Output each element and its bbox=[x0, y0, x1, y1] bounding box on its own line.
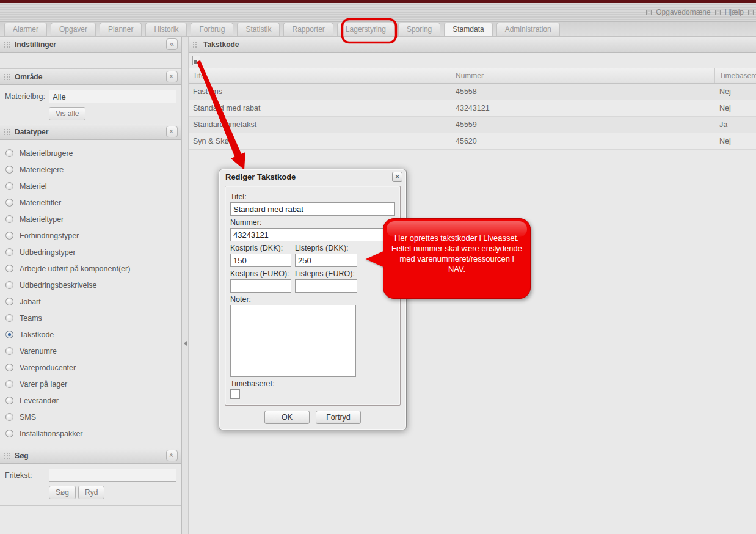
ryd-button[interactable]: Ryd bbox=[78, 486, 104, 499]
vis-alle-button[interactable]: Vis alle bbox=[49, 107, 85, 120]
sidebar-subtoolbar bbox=[0, 53, 181, 69]
collapse-section-icon[interactable]: « bbox=[166, 71, 178, 82]
new-item-icon[interactable] bbox=[192, 56, 200, 65]
collapse-splitter-icon[interactable] bbox=[184, 341, 187, 346]
omraade-section-header: Område « bbox=[0, 69, 181, 85]
datatype-option-jobart[interactable]: Jobart bbox=[0, 293, 181, 310]
menu-opgavedomaene[interactable]: Opgavedomæne bbox=[656, 8, 710, 16]
soeg-section-header: Søg « bbox=[0, 448, 181, 464]
tab-lagerstyring[interactable]: Lagerstyring bbox=[337, 23, 394, 36]
tab-sporing[interactable]: Sporing bbox=[398, 23, 440, 36]
radio-icon bbox=[5, 248, 13, 256]
column-header-timebaseret[interactable]: Timebaseret bbox=[715, 68, 756, 83]
sidebar-filler bbox=[0, 505, 181, 534]
collapse-section-icon[interactable]: « bbox=[166, 450, 178, 461]
tab-stamdata[interactable]: Stamdata bbox=[444, 23, 492, 36]
listepris-euro-input[interactable] bbox=[295, 279, 357, 293]
materielbrg-label: Materielbrg: bbox=[5, 92, 49, 101]
window-icon bbox=[715, 10, 721, 15]
kostpris-euro-input[interactable] bbox=[230, 279, 291, 293]
datatype-option-takstkode[interactable]: Takstkode bbox=[0, 326, 181, 343]
collapse-section-icon[interactable]: « bbox=[166, 126, 178, 137]
column-header-nummer[interactable]: Nummer bbox=[451, 68, 715, 83]
radio-icon bbox=[5, 166, 13, 174]
timebaseret-checkbox[interactable] bbox=[230, 389, 240, 399]
radio-icon bbox=[5, 182, 13, 190]
datatype-option-materieltitler[interactable]: Materieltitler bbox=[0, 194, 181, 211]
fortryd-button[interactable]: Fortryd bbox=[316, 411, 361, 424]
tab-forbrug[interactable]: Forbrug bbox=[191, 23, 233, 36]
listepris-dkk-input[interactable] bbox=[295, 254, 357, 267]
listepris-dkk-label: Listepris (DKK): bbox=[295, 244, 357, 252]
table-row[interactable]: Fast pris 45558 Nej bbox=[189, 84, 756, 100]
datatype-option-leverandoer[interactable]: Leverandør bbox=[0, 392, 181, 409]
datatype-option-varenumre[interactable]: Varenumre bbox=[0, 343, 181, 359]
table-row[interactable]: Syn & Skøn 45620 Nej bbox=[189, 133, 756, 150]
nummer-label: Nummer: bbox=[230, 218, 395, 227]
ok-button[interactable]: OK bbox=[264, 411, 310, 424]
annotation-callout: Her oprettes takstkoder i Liveasset. Fel… bbox=[383, 218, 531, 299]
drag-handle-icon bbox=[4, 128, 10, 136]
datatype-option-materiel[interactable]: Materiel bbox=[0, 178, 181, 194]
datatype-option-installationspakker[interactable]: Installationspakker bbox=[0, 425, 181, 442]
radio-icon bbox=[5, 397, 13, 404]
materielbrg-input[interactable] bbox=[49, 90, 176, 103]
kostpris-dkk-label: Kostpris (DKK): bbox=[230, 244, 291, 252]
datatype-list: Materielbrugere Materielejere Materiel M… bbox=[0, 140, 181, 444]
soeg-button[interactable]: Søg bbox=[49, 486, 76, 499]
radio-icon bbox=[5, 364, 13, 371]
nummer-input[interactable] bbox=[230, 228, 395, 241]
column-header-titel[interactable]: Titel bbox=[189, 68, 451, 83]
tab-planner[interactable]: Planner bbox=[100, 23, 142, 36]
table-header-row: Titel Nummer Timebaseret bbox=[189, 68, 756, 84]
collapse-panel-icon[interactable]: « bbox=[166, 38, 178, 50]
radio-icon bbox=[5, 265, 13, 272]
titel-label: Titel: bbox=[230, 192, 395, 201]
datatype-option-udbedringsbeskrivelse[interactable]: Udbedringsbeskrivelse bbox=[0, 277, 181, 293]
radio-icon bbox=[5, 281, 13, 289]
soeg-section-body: Fritekst: Søg Ryd bbox=[0, 464, 181, 503]
table-row[interactable]: Standard timetakst 45559 Ja bbox=[189, 117, 756, 133]
menu-hjaelp[interactable]: Hjælp bbox=[725, 8, 744, 16]
kostpris-euro-label: Kostpris (EURO): bbox=[230, 269, 291, 278]
timebaseret-label: Timebaseret: bbox=[230, 379, 395, 388]
menu-label: Hjælp bbox=[725, 8, 744, 16]
tab-administration[interactable]: Administration bbox=[496, 23, 560, 36]
datatype-option-sms[interactable]: SMS bbox=[0, 409, 181, 425]
radio-icon bbox=[5, 232, 13, 240]
table-body: Fast pris 45558 Nej Standard med rabat 4… bbox=[189, 84, 756, 150]
radio-icon bbox=[5, 380, 13, 388]
table-row[interactable]: Standard med rabat 43243121 Nej bbox=[189, 100, 756, 117]
noter-textarea[interactable] bbox=[230, 305, 356, 377]
titel-input[interactable] bbox=[230, 202, 395, 216]
datatype-option-arbejde-udfoert[interactable]: Arbejde udført på komponent(er) bbox=[0, 260, 181, 277]
kostpris-dkk-input[interactable] bbox=[230, 254, 291, 267]
fritekst-input[interactable] bbox=[49, 469, 176, 482]
main-panel-header: Takstkode bbox=[189, 37, 756, 53]
datatype-option-materielbrugere[interactable]: Materielbrugere bbox=[0, 145, 181, 161]
radio-selected-icon bbox=[5, 331, 13, 338]
radio-icon bbox=[5, 199, 13, 207]
radio-icon bbox=[5, 347, 13, 355]
close-icon[interactable]: ✕ bbox=[392, 172, 402, 182]
dialog-titlebar[interactable]: Rediger Takstkode ✕ bbox=[219, 169, 406, 185]
datatype-option-forhindringstyper[interactable]: Forhindringstyper bbox=[0, 227, 181, 244]
datatype-option-varer-paa-lager[interactable]: Varer på lager bbox=[0, 376, 181, 392]
tab-historik[interactable]: Historik bbox=[145, 23, 187, 36]
listepris-euro-label: Listepris (EURO): bbox=[295, 269, 357, 278]
tab-opgaver[interactable]: Opgaver bbox=[51, 23, 96, 36]
datatype-option-udbedringstyper[interactable]: Udbedringstyper bbox=[0, 244, 181, 260]
datatyper-section-header: Datatyper « bbox=[0, 124, 181, 140]
top-menubar: Opgavedomæne Hjælp bbox=[0, 3, 756, 22]
dialog-title: Rediger Takstkode bbox=[225, 172, 392, 181]
datatype-option-materieltyper[interactable]: Materieltyper bbox=[0, 211, 181, 227]
tab-statistik[interactable]: Statistik bbox=[237, 23, 280, 36]
datatype-option-teams[interactable]: Teams bbox=[0, 310, 181, 326]
panel-splitter[interactable] bbox=[182, 37, 189, 534]
tab-rapporter[interactable]: Rapporter bbox=[283, 23, 333, 36]
datatype-option-vareproducenter[interactable]: Vareproducenter bbox=[0, 359, 181, 376]
window-icon bbox=[646, 10, 652, 15]
dialog-form: Titel: Nummer: Kostpris (DKK): Listepris… bbox=[225, 186, 401, 406]
datatype-option-materielejere[interactable]: Materielejere bbox=[0, 161, 181, 178]
tab-alarmer[interactable]: Alarmer bbox=[4, 23, 47, 36]
